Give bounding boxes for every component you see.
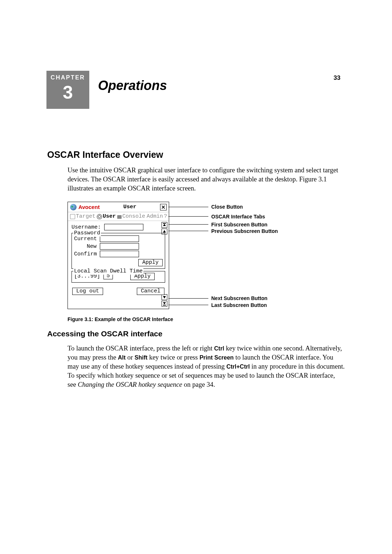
p-mid2: key twice or press	[147, 354, 199, 361]
user-icon	[97, 214, 102, 219]
tab-console-label: Console	[122, 213, 145, 220]
confirm-label: Confirm	[74, 251, 97, 258]
key-printscreen: Print Screen	[200, 354, 234, 361]
overview-paragraph: Use the intuitive OSCAR graphical user i…	[68, 166, 345, 193]
tab-target-label: Target	[76, 213, 95, 220]
target-icon	[70, 214, 75, 219]
callout-first: First Subscreen Button	[211, 222, 268, 227]
username-input[interactable]	[104, 224, 143, 230]
chapter-title: Operations	[98, 78, 167, 93]
callout-prev: Previous Subscreen Button	[211, 228, 278, 234]
callout-next: Next Subscreen Button	[211, 295, 268, 301]
figure-3-1: Avocent User ✕ Target User Console Admin…	[68, 202, 314, 309]
leader-close	[168, 207, 208, 207]
leader-prev	[168, 231, 208, 231]
password-legend: Password	[73, 230, 101, 237]
key-alt: Alt	[118, 354, 126, 361]
chapter-label: CHAPTER	[46, 71, 89, 81]
current-password-input[interactable]	[100, 235, 139, 242]
leader-tabs	[168, 216, 208, 217]
tab-user[interactable]: User	[96, 213, 117, 220]
oscar-titlebar: Avocent User ✕	[68, 202, 169, 212]
p-prefix: To launch the OSCAR interface, press the…	[68, 345, 214, 352]
leader-last	[168, 305, 208, 305]
globe-icon	[70, 204, 77, 210]
dwell-group: Local Scan Dwell Time [3...99] 5 Apply	[72, 271, 165, 283]
section-heading-overview: OSCAR Interface Overview	[47, 149, 345, 160]
key-ctrl: Ctrl	[214, 345, 224, 352]
chapter-block: CHAPTER 3	[46, 71, 89, 109]
callout-close: Close Button	[211, 204, 243, 210]
chapter-header: CHAPTER 3 Operations	[47, 71, 345, 109]
section-heading-accessing: Accessing the OSCAR interface	[47, 329, 345, 338]
cancel-button[interactable]: Cancel	[137, 288, 164, 295]
figure-caption: Figure 3.1: Example of the OSCAR Interfa…	[68, 316, 345, 322]
new-password-input[interactable]	[100, 243, 139, 250]
apply-password-button[interactable]: Apply	[138, 259, 163, 266]
oscar-window: Avocent User ✕ Target User Console Admin…	[68, 202, 169, 309]
leader-first	[168, 224, 208, 225]
close-button[interactable]: ✕	[160, 204, 167, 210]
xref-hotkey: Changing the OSCAR hotkey sequence	[78, 381, 182, 388]
callout-last: Last Subscreen Button	[211, 302, 267, 308]
confirm-password-input[interactable]	[100, 251, 139, 257]
leader-next	[168, 298, 208, 299]
p-or: or	[126, 354, 135, 361]
oscar-title: User	[100, 204, 160, 210]
tab-admin[interactable]: Admin	[146, 213, 164, 220]
key-ctrlctrl: Ctrl+Ctrl	[226, 364, 250, 370]
tab-target[interactable]: Target	[69, 213, 96, 220]
tab-user-label: User	[103, 213, 116, 220]
console-icon	[117, 215, 122, 219]
callout-tabs: OSCAR Interface Tabs	[211, 214, 265, 219]
brand-label: Avocent	[78, 204, 100, 210]
oscar-tabs: Target User Console Admin ?	[68, 212, 169, 221]
new-label: New	[74, 243, 97, 250]
tab-console[interactable]: Console	[117, 213, 146, 220]
page-number: 33	[334, 74, 340, 82]
help-button[interactable]: ?	[164, 213, 167, 220]
chapter-number: 3	[46, 81, 89, 104]
dwell-legend: Local Scan Dwell Time	[73, 268, 143, 275]
tab-admin-label: Admin	[147, 213, 163, 220]
p-suffix: on page 34.	[182, 381, 215, 388]
accessing-paragraph: To launch the OSCAR interface, press the…	[68, 344, 345, 389]
logout-button[interactable]: Log out	[72, 288, 103, 295]
password-group: Password Current New Confirm Apply	[72, 233, 165, 269]
oscar-body: Username: Password Current New Confirm A…	[68, 221, 169, 307]
key-shift: Shift	[135, 354, 148, 361]
